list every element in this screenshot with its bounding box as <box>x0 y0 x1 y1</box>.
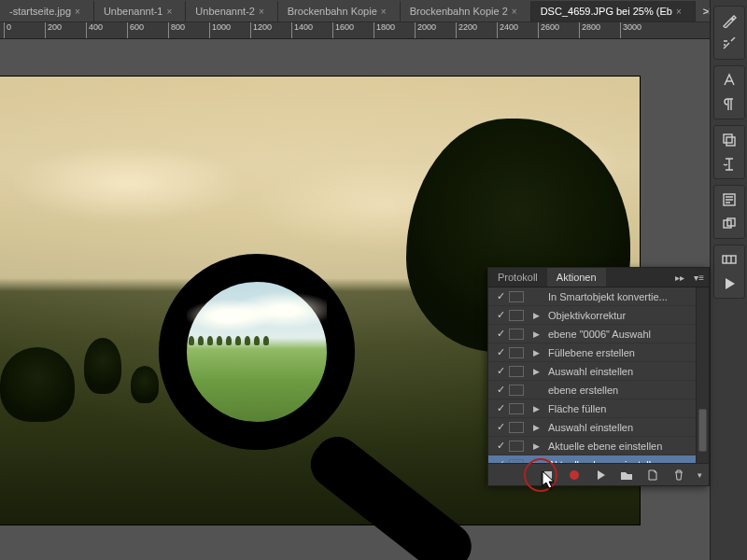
action-label: ebene "0006" Auswahl <box>548 329 709 340</box>
visibility-check-icon[interactable]: ✓ <box>492 421 509 433</box>
visibility-check-icon[interactable]: ✓ <box>492 309 509 321</box>
delete-button[interactable] <box>668 467 690 483</box>
paragraph-panel-icon[interactable] <box>715 92 743 117</box>
svg-rect-7 <box>544 471 552 479</box>
action-row[interactable]: ✓ ▶ Aktuelle ebene einstellen <box>488 455 709 463</box>
record-button[interactable] <box>563 467 585 483</box>
ruler-tick: 800 <box>168 22 185 38</box>
close-icon[interactable]: × <box>512 7 517 17</box>
expand-toggle-icon[interactable]: ▶ <box>533 441 544 451</box>
action-row[interactable]: ✓ ▶ Auswahl einstellen <box>488 418 709 437</box>
svg-rect-5 <box>723 256 736 263</box>
timeline-icon[interactable] <box>715 247 743 272</box>
action-label: Auswahl einstellen <box>548 366 709 377</box>
panel-scrollbar[interactable] <box>696 287 709 463</box>
action-row[interactable]: ✓ ebene erstellen <box>488 381 709 399</box>
character-panel-icon[interactable] <box>715 68 743 92</box>
ruler-tick: 200 <box>45 22 62 38</box>
action-row[interactable]: ✓ ▶ Objektivkorrektur <box>488 306 709 325</box>
ruler-tick: 2400 <box>497 22 518 38</box>
action-dialog-toggle[interactable] <box>509 385 524 396</box>
expand-toggle-icon[interactable]: ▶ <box>533 348 544 357</box>
action-label: Objektivkorrektur <box>548 310 709 321</box>
document-tab[interactable]: Unbenannt-1× <box>94 1 186 21</box>
close-icon[interactable]: × <box>166 7 172 17</box>
expand-toggle-icon[interactable]: ▶ <box>533 460 544 464</box>
document-tab-label: DSC_4659.JPG bei 25% (Eb <box>541 6 672 17</box>
close-icon[interactable]: × <box>75 7 80 17</box>
horizontal-ruler[interactable]: 0 200 400 600 800 1000 1200 1400 1600 18… <box>0 22 710 39</box>
action-dialog-toggle[interactable] <box>509 403 524 414</box>
action-label: Aktuelle ebene einstellen <box>548 459 709 464</box>
action-dialog-toggle[interactable] <box>509 422 524 433</box>
action-dialog-toggle[interactable] <box>509 310 524 321</box>
ruler-tick: 400 <box>86 22 103 38</box>
document-tabs: -startseite.jpg× Unbenannt-1× Unbenannt-… <box>0 0 710 22</box>
document-tab[interactable]: Brockenbahn Kopie 2× <box>401 1 531 21</box>
document-tab-label: Unbenannt-2 <box>195 6 255 17</box>
ruler-tick: 600 <box>127 22 144 38</box>
action-row[interactable]: ✓ ▶ Fläche füllen <box>488 399 709 418</box>
clone-source-icon[interactable] <box>715 212 743 236</box>
ruler-tick: 0 <box>4 22 11 38</box>
tab-protocol[interactable]: Protokoll <box>488 268 547 287</box>
canvas-artwork <box>0 347 75 422</box>
play-icon[interactable] <box>715 272 743 296</box>
visibility-check-icon[interactable]: ✓ <box>492 290 509 302</box>
document-tab[interactable]: DSC_4659.JPG bei 25% (Eb× <box>531 1 696 21</box>
action-row[interactable]: ✓ ▶ Aktuelle ebene einstellen <box>488 437 709 455</box>
brush-tool-icon[interactable] <box>715 8 743 33</box>
visibility-check-icon[interactable]: ✓ <box>492 440 509 452</box>
visibility-check-icon[interactable]: ✓ <box>492 402 509 414</box>
action-dialog-toggle[interactable] <box>509 459 524 464</box>
document-tab[interactable]: Unbenannt-2× <box>186 1 277 21</box>
ruler-tick: 1200 <box>250 22 272 38</box>
layer-comps-icon[interactable] <box>715 128 743 152</box>
action-row[interactable]: ✓ ▶ Füllebene erstellen <box>488 343 709 362</box>
visibility-check-icon[interactable]: ✓ <box>492 365 509 377</box>
expand-toggle-icon[interactable]: ▶ <box>533 404 544 413</box>
action-dialog-toggle[interactable] <box>509 329 524 340</box>
collapse-icon[interactable]: ▸▸ <box>670 270 689 286</box>
visibility-check-icon[interactable]: ✓ <box>492 384 509 396</box>
close-icon[interactable]: × <box>381 7 387 17</box>
expand-toggle-icon[interactable]: ▶ <box>533 367 544 376</box>
document-tab-label: Brockenbahn Kopie <box>288 6 377 17</box>
action-row[interactable]: ✓ ▶ Auswahl einstellen <box>488 362 709 381</box>
document-tab-label: Unbenannt-1 <box>104 6 163 17</box>
action-dialog-toggle[interactable] <box>509 291 524 302</box>
visibility-check-icon[interactable]: ✓ <box>492 346 509 358</box>
panel-menu-icon[interactable]: ▾≡ <box>689 270 709 286</box>
close-icon[interactable]: × <box>676 7 682 17</box>
brush-settings-icon[interactable] <box>715 33 743 57</box>
document-tab[interactable]: -startseite.jpg× <box>0 1 94 21</box>
svg-marker-9 <box>598 470 605 480</box>
expand-toggle-icon[interactable]: ▶ <box>533 311 544 320</box>
action-dialog-toggle[interactable] <box>509 366 524 377</box>
document-tab[interactable]: Brockenbahn Kopie× <box>278 1 401 21</box>
new-action-button[interactable] <box>641 467 664 483</box>
expand-toggle-icon[interactable]: ▶ <box>533 329 544 339</box>
expand-toggle-icon[interactable]: ▶ <box>533 423 544 432</box>
new-set-button[interactable] <box>615 467 638 483</box>
visibility-check-icon[interactable]: ✓ <box>492 328 509 340</box>
tab-actions[interactable]: Aktionen <box>547 268 606 287</box>
footer-menu-icon[interactable]: ▾ <box>694 470 705 480</box>
close-icon[interactable]: × <box>259 7 264 17</box>
play-action-button[interactable] <box>589 467 612 483</box>
stop-button[interactable] <box>537 467 559 483</box>
action-row[interactable]: ✓ ▶ ebene "0006" Auswahl <box>488 325 709 343</box>
action-dialog-toggle[interactable] <box>509 441 524 452</box>
ruler-tick: 1600 <box>332 22 354 38</box>
paragraph-styles-icon[interactable] <box>715 152 743 176</box>
visibility-check-icon[interactable]: ✓ <box>492 458 509 463</box>
notes-panel-icon[interactable] <box>715 188 743 212</box>
action-label: ebene erstellen <box>548 385 709 396</box>
ruler-tick: 2200 <box>456 22 477 38</box>
document-tab-label: Brockenbahn Kopie 2 <box>410 6 508 17</box>
action-label: Fläche füllen <box>548 403 709 414</box>
action-dialog-toggle[interactable] <box>509 347 524 358</box>
action-row[interactable]: ✓ In Smartobjekt konvertie... <box>488 287 709 306</box>
right-toolbar <box>710 0 747 560</box>
scroll-thumb[interactable] <box>698 409 707 452</box>
